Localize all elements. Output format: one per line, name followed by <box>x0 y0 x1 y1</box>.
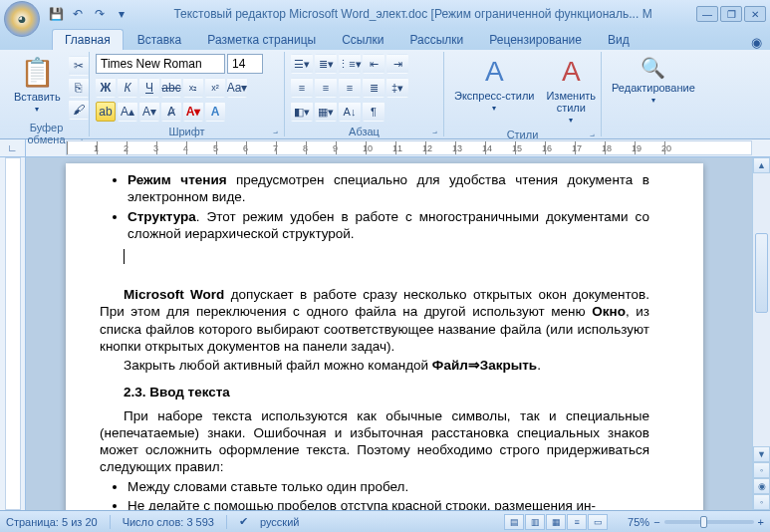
tab-home[interactable]: Главная <box>52 29 124 50</box>
align-center-button[interactable]: ≡ <box>315 78 337 98</box>
underline-button[interactable]: Ч <box>139 78 159 98</box>
cut-icon[interactable]: ✂ <box>69 56 89 76</box>
editing-button[interactable]: 🔍 Редактирование ▾ <box>608 54 699 107</box>
grow-font-button[interactable]: A▴ <box>118 102 137 122</box>
horizontal-ruler[interactable]: 1234567891011121314151617181920 <box>66 140 752 155</box>
group-clipboard: 📋 Вставить ▾ ✂ ⎘ 🖌 Буфер обмена <box>4 52 90 136</box>
list-item: Режим чтения предусмотрен специально для… <box>128 171 649 206</box>
multilevel-button[interactable]: ⋮≡▾ <box>339 54 361 74</box>
group-font: Ж К Ч abc x₂ x² Aa▾ ab A▴ A▾ A̷ A▾ A Шри… <box>90 52 285 136</box>
prev-page-icon[interactable]: ◦ <box>753 462 770 478</box>
tab-insert[interactable]: Вставка <box>126 30 194 50</box>
shrink-font-button[interactable]: A▾ <box>139 102 159 122</box>
document-area: Режим чтения предусмотрен специально для… <box>0 157 770 510</box>
tab-mailings[interactable]: Рассылки <box>397 30 475 50</box>
subscript-button[interactable]: x₂ <box>183 78 203 98</box>
help-icon[interactable]: ◉ <box>751 35 762 50</box>
language-indicator[interactable]: русский <box>260 516 299 528</box>
ribbon-tabs: Главная Вставка Разметка страницы Ссылки… <box>0 28 770 50</box>
browse-object-icon[interactable]: ◉ <box>753 478 770 494</box>
minimize-button[interactable]: — <box>696 6 718 22</box>
undo-icon[interactable]: ↶ <box>70 6 86 22</box>
font-color-button[interactable]: A▾ <box>183 102 203 122</box>
paste-button[interactable]: 📋 Вставить ▾ <box>10 54 65 116</box>
zoom-level[interactable]: 75% <box>628 516 649 528</box>
full-screen-view-icon[interactable]: ▥ <box>525 514 545 530</box>
vertical-ruler[interactable] <box>0 157 26 510</box>
redo-icon[interactable]: ↷ <box>92 6 108 22</box>
align-right-button[interactable]: ≡ <box>339 78 361 98</box>
change-styles-button[interactable]: A Изменить стили ▾ <box>542 54 600 127</box>
word-count[interactable]: Число слов: 3 593 <box>123 516 214 528</box>
draft-view-icon[interactable]: ▭ <box>588 514 608 530</box>
change-case-button[interactable]: Aa▾ <box>227 78 247 98</box>
zoom-in-button[interactable]: + <box>758 516 764 528</box>
office-button[interactable]: ◕ <box>4 1 40 37</box>
list-item: Структура. Этот режим удобен в работе с … <box>128 208 649 243</box>
paste-icon: 📋 <box>20 56 55 89</box>
increase-indent-button[interactable]: ⇥ <box>386 54 408 74</box>
scroll-thumb[interactable] <box>755 233 768 313</box>
scroll-down-icon[interactable]: ▼ <box>753 446 770 462</box>
group-styles: A Экспресс-стили ▾ A Изменить стили ▾ Ст… <box>444 52 602 136</box>
page-indicator[interactable]: Страница: 5 из 20 <box>6 516 98 528</box>
text-effects-button[interactable]: A <box>205 102 225 122</box>
bold-button[interactable]: Ж <box>96 78 116 98</box>
clear-format-button[interactable]: A̷ <box>161 102 181 122</box>
zoom-thumb[interactable] <box>700 516 707 528</box>
tab-references[interactable]: Ссылки <box>330 30 395 50</box>
numbering-button[interactable]: ≣▾ <box>315 54 337 74</box>
copy-icon[interactable]: ⎘ <box>69 78 89 98</box>
show-marks-button[interactable]: ¶ <box>363 102 385 122</box>
line-spacing-button[interactable]: ‡▾ <box>386 78 408 98</box>
window-controls: — ❐ ✕ <box>696 6 766 22</box>
change-styles-label: Изменить стили <box>546 90 596 114</box>
quick-styles-button[interactable]: A Экспресс-стили ▾ <box>450 54 538 115</box>
group-label-paragraph: Абзац <box>291 124 437 139</box>
align-left-button[interactable]: ≡ <box>291 78 313 98</box>
next-page-icon[interactable]: ◦ <box>753 494 770 510</box>
quick-styles-label: Экспресс-стили <box>454 90 534 102</box>
tab-review[interactable]: Рецензирование <box>477 30 594 50</box>
close-button[interactable]: ✕ <box>744 6 766 22</box>
heading: 2.3. Ввод текста <box>100 384 649 400</box>
borders-button[interactable]: ▦▾ <box>315 102 337 122</box>
restore-button[interactable]: ❐ <box>720 6 742 22</box>
quick-access-toolbar: 💾 ↶ ↷ ▾ <box>48 6 129 22</box>
title-bar: ◕ 💾 ↶ ↷ ▾ Текстовый редактор Microsoft W… <box>0 0 770 28</box>
strike-button[interactable]: abc <box>161 78 181 98</box>
scroll-track[interactable] <box>753 173 770 446</box>
horizontal-ruler-area: ∟ 1234567891011121314151617181920 <box>0 139 770 157</box>
find-icon: 🔍 <box>641 56 665 80</box>
scroll-up-icon[interactable]: ▲ <box>753 157 770 173</box>
save-icon[interactable]: 💾 <box>48 6 64 22</box>
list-item: Между словами ставьте только один пробел… <box>128 478 649 495</box>
font-size-input[interactable] <box>227 54 263 74</box>
bullets-button[interactable]: ☰▾ <box>291 54 313 74</box>
zoom-slider[interactable] <box>664 520 754 524</box>
sort-button[interactable]: A↓ <box>339 102 361 122</box>
font-name-input[interactable] <box>96 54 225 74</box>
qat-more-icon[interactable]: ▾ <box>114 6 129 22</box>
tab-page-layout[interactable]: Разметка страницы <box>195 30 328 50</box>
decrease-indent-button[interactable]: ⇤ <box>363 54 385 74</box>
tab-view[interactable]: Вид <box>596 30 642 50</box>
align-justify-button[interactable]: ≣ <box>363 78 385 98</box>
web-layout-view-icon[interactable]: ▦ <box>546 514 566 530</box>
vertical-scrollbar[interactable]: ▲ ▼ ◦ ◉ ◦ <box>752 157 770 510</box>
outline-view-icon[interactable]: ≡ <box>567 514 587 530</box>
group-paragraph: ☰▾ ≣▾ ⋮≡▾ ⇤ ⇥ ≡ ≡ ≡ ≣ ‡▾ ◧▾ ▦▾ A↓ ¶ Абза… <box>285 52 444 136</box>
print-layout-view-icon[interactable]: ▤ <box>504 514 524 530</box>
superscript-button[interactable]: x² <box>205 78 225 98</box>
zoom-out-button[interactable]: − <box>653 516 659 528</box>
quick-styles-icon: A <box>485 56 504 88</box>
group-editing: 🔍 Редактирование ▾ . <box>602 52 705 136</box>
proofing-icon[interactable]: ✔ <box>239 515 248 528</box>
format-painter-icon[interactable]: 🖌 <box>69 100 89 120</box>
highlight-button[interactable]: ab <box>96 102 116 122</box>
status-bar: Страница: 5 из 20 Число слов: 3 593 ✔ ру… <box>0 510 770 532</box>
italic-button[interactable]: К <box>118 78 137 98</box>
document-page[interactable]: Режим чтения предусмотрен специально для… <box>66 163 703 510</box>
ribbon: 📋 Вставить ▾ ✂ ⎘ 🖌 Буфер обмена Ж К Ч ab… <box>0 50 770 139</box>
shading-button[interactable]: ◧▾ <box>291 102 313 122</box>
